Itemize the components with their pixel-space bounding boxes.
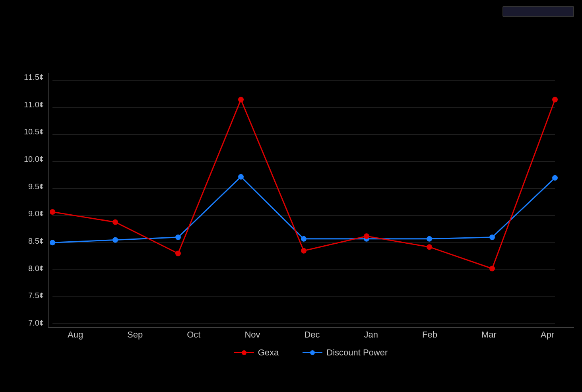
x-label: Nov [244,330,260,345]
page: 11.5¢11.0¢10.5¢10.0¢9.5¢9.0¢8.5¢8.0¢7.5¢… [0,0,582,392]
svg-point-11 [113,237,118,243]
y-axis-labels: 11.5¢11.0¢10.5¢10.0¢9.5¢9.0¢8.5¢8.0¢7.5¢… [12,73,48,328]
svg-point-12 [175,235,181,240]
svg-point-27 [552,97,558,103]
legend-label-discount: Discount Power [326,347,388,358]
legend-label-gexa: Gexa [258,347,279,358]
legend-item-gexa: Gexa [234,347,279,358]
svg-point-13 [238,174,244,180]
y-label: 8.0¢ [28,264,44,273]
svg-point-10 [50,240,55,245]
svg-point-14 [301,236,307,242]
x-label: Apr [541,330,554,345]
legend-line-discount [303,352,322,353]
svg-point-22 [238,97,244,103]
y-label: 7.5¢ [28,291,44,300]
x-axis-labels: AugSepOctNovDecJanFebMarApr [48,330,574,345]
svg-point-16 [427,236,432,242]
chart-container: 11.5¢11.0¢10.5¢10.0¢9.5¢9.0¢8.5¢8.0¢7.5¢… [12,73,574,359]
svg-point-18 [552,175,558,180]
svg-point-23 [301,248,307,254]
header [12,8,499,32]
y-label: 9.0¢ [28,209,44,218]
header-title [12,8,499,32]
y-label: 11.5¢ [24,73,44,82]
x-label: Aug [68,330,83,345]
legend-dot-discount [310,350,315,355]
x-label: Feb [422,330,437,345]
y-label: 8.5¢ [28,237,44,246]
y-label: 11.0¢ [24,100,44,109]
x-label: Jan [364,330,378,345]
svg-point-20 [113,219,118,225]
legend-dot-gexa [242,350,246,355]
chart-plot [48,73,574,328]
chart-svg [48,73,574,327]
y-label: 9.5¢ [28,182,44,191]
logo-box [502,6,574,17]
x-label: Sep [127,330,143,345]
x-label: Dec [304,330,320,345]
chart-area: 11.5¢11.0¢10.5¢10.0¢9.5¢9.0¢8.5¢8.0¢7.5¢… [12,70,574,372]
svg-point-17 [489,235,495,240]
y-label: 10.0¢ [24,155,44,164]
svg-point-26 [489,266,495,272]
y-label: 7.0¢ [28,318,44,328]
legend: Gexa Discount Power [48,345,574,359]
x-label: Oct [187,330,200,345]
svg-point-19 [50,209,55,215]
y-label: 10.5¢ [24,127,44,136]
legend-item-discount: Discount Power [303,347,388,358]
x-label: Mar [481,330,497,345]
svg-point-24 [364,233,369,239]
svg-point-21 [175,250,181,256]
legend-line-gexa [234,352,254,353]
svg-point-25 [427,244,432,250]
